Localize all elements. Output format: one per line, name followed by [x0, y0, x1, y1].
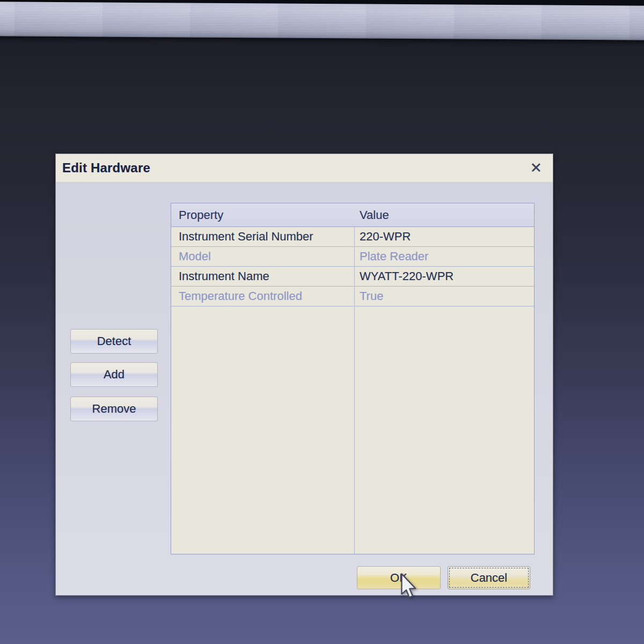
column-header-value: Value	[354, 203, 534, 226]
property-cell: Instrument Serial Number	[171, 227, 354, 246]
remove-button[interactable]: Remove	[70, 397, 158, 421]
add-button[interactable]: Add	[70, 362, 158, 387]
table-row[interactable]: Instrument Name WYATT-220-WPR	[171, 267, 534, 287]
value-cell[interactable]: 220-WPR	[354, 227, 534, 246]
ok-button[interactable]: OK	[357, 566, 441, 589]
column-header-property: Property	[171, 203, 354, 226]
property-cell: Temperature Controlled	[171, 287, 354, 306]
cancel-button[interactable]: Cancel	[448, 566, 530, 589]
mouse-cursor-icon	[399, 573, 418, 600]
top-window-strip	[0, 2, 644, 40]
value-cell: True	[354, 287, 534, 306]
close-icon[interactable]: ✕	[530, 161, 542, 175]
property-cell: Model	[171, 247, 354, 266]
table-row[interactable]: Instrument Serial Number 220-WPR	[171, 227, 534, 247]
table-row[interactable]: Temperature Controlled True	[171, 287, 534, 306]
dialog-titlebar[interactable]: Edit Hardware ✕	[56, 154, 553, 182]
property-cell: Instrument Name	[171, 267, 354, 286]
value-cell: Plate Reader	[354, 247, 534, 266]
table-row[interactable]: Model Plate Reader	[171, 247, 534, 267]
value-cell[interactable]: WYATT-220-WPR	[354, 267, 534, 286]
detect-button[interactable]: Detect	[70, 329, 158, 354]
grid-header-row: Property Value	[171, 203, 534, 227]
property-grid: Property Value Instrument Serial Number …	[171, 203, 535, 554]
dialog-title: Edit Hardware	[62, 160, 150, 175]
edit-hardware-dialog: Edit Hardware ✕ Property Value Instrumen…	[55, 153, 553, 596]
